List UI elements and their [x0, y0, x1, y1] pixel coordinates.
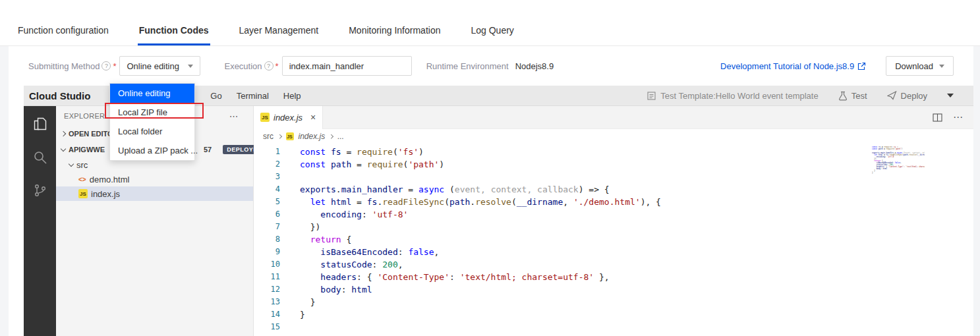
- more-actions-caret-icon[interactable]: [947, 94, 954, 98]
- chevron-down-icon: [188, 65, 193, 68]
- code-line: 6 encoding: 'utf-8': [254, 208, 973, 221]
- download-button[interactable]: Download: [886, 56, 954, 76]
- editor-tab-actions: ⋯: [933, 111, 973, 123]
- tab-function-codes[interactable]: Function Codes: [138, 25, 210, 45]
- line-number: 7: [254, 221, 280, 233]
- tree-file-index-js[interactable]: JS index.js: [56, 186, 253, 201]
- template-icon: [647, 91, 656, 101]
- breadcrumb-index-js[interactable]: index.js: [299, 132, 326, 141]
- execution-label: Execution ? *: [224, 61, 278, 71]
- chevron-down-icon: [69, 161, 74, 167]
- settings-row: Submitting Method ? * Online editing Exe…: [9, 46, 973, 86]
- deploy-button[interactable]: Deploy: [887, 91, 927, 101]
- ide-menubar: GoTerminalHelp: [210, 91, 301, 101]
- code-line: 13 }: [254, 296, 973, 308]
- execution-group: Execution ? *: [224, 56, 411, 76]
- project-name-start: APIGWWE: [69, 146, 105, 154]
- submitting-method-label: Submitting Method ? *: [28, 61, 116, 71]
- code-lines: 1const fs = require('fs')2const path = r…: [254, 146, 973, 333]
- code-line: 9 isBase64Encoded: false,: [254, 246, 973, 258]
- function-tabs: Function configurationFunction CodesLaye…: [16, 25, 515, 45]
- highlight-box: [105, 103, 204, 119]
- runtime-group: Runtime Environment Nodejs8.9: [426, 61, 554, 71]
- html-file-icon: <>: [78, 176, 86, 183]
- breadcrumb-more[interactable]: ...: [337, 132, 344, 141]
- editor-tab-label: index.js: [274, 113, 303, 123]
- line-number: 4: [254, 183, 280, 196]
- more-actions-icon[interactable]: ⋯: [229, 111, 239, 121]
- breadcrumb-src[interactable]: src: [263, 132, 274, 141]
- more-actions-icon[interactable]: ⋯: [953, 111, 963, 123]
- menu-go[interactable]: Go: [210, 91, 221, 101]
- flask-icon: [838, 91, 848, 101]
- tab-log-query[interactable]: Log Query: [469, 25, 515, 45]
- test-button[interactable]: Test: [838, 91, 867, 101]
- code-line: 4exports.main_handler = async (event, co…: [254, 183, 973, 196]
- chevron-down-icon: [61, 146, 66, 152]
- tree-file-demo-html[interactable]: <> demo.html: [56, 172, 253, 186]
- menu-help[interactable]: Help: [283, 91, 301, 101]
- source-control-icon[interactable]: [32, 182, 48, 198]
- chevron-right-icon: [329, 134, 333, 138]
- editor-tab-index-js[interactable]: JS index.js ×: [254, 106, 323, 129]
- execution-input[interactable]: [282, 56, 412, 76]
- help-icon[interactable]: ?: [264, 61, 274, 70]
- line-number: 1: [254, 146, 280, 158]
- file-demo-label: demo.html: [90, 175, 130, 184]
- line-number: 12: [254, 283, 280, 296]
- line-number: 15: [254, 321, 280, 333]
- runtime-label: Runtime Environment: [426, 61, 509, 71]
- tab-layer-management[interactable]: Layer Management: [238, 25, 320, 45]
- line-number: 2: [254, 158, 280, 171]
- js-file-icon: JS: [260, 113, 270, 122]
- line-number: 10: [254, 258, 280, 271]
- submitting-method-text: Submitting Method: [28, 61, 100, 71]
- test-template[interactable]: Test Template:Hello World event template: [647, 91, 818, 101]
- code-line: 8 return {: [254, 233, 973, 246]
- dropdown-item-upload-a-zip-pack[interactable]: Upload a ZIP pack ...: [110, 141, 194, 160]
- runtime-text: Runtime Environment: [426, 61, 509, 71]
- tab-function-configuration[interactable]: Function configuration: [16, 25, 110, 45]
- split-editor-icon[interactable]: [933, 113, 942, 122]
- page: Function configurationFunction CodesLaye…: [0, 0, 980, 336]
- code-line: 15: [254, 321, 973, 333]
- code-line: 14}: [254, 308, 973, 321]
- external-link-icon: [857, 62, 866, 70]
- menu-terminal[interactable]: Terminal: [237, 91, 269, 101]
- code-line: 3: [254, 171, 973, 183]
- line-number: 13: [254, 296, 280, 308]
- cloud-studio-logo: Cloud Studio: [29, 90, 90, 101]
- project-name-end: 57: [204, 146, 212, 154]
- line-number: 5: [254, 196, 280, 208]
- folder-src-label: src: [76, 160, 88, 170]
- tab-monitoring-information[interactable]: Monitoring Information: [347, 25, 442, 45]
- download-label: Download: [895, 61, 933, 71]
- deploy-button-label: Deploy: [901, 91, 927, 101]
- search-icon[interactable]: [32, 150, 48, 165]
- chevron-right-icon: [277, 134, 281, 138]
- tutorial-link[interactable]: Development Tutorial of Node.js8.9: [720, 61, 866, 71]
- close-icon[interactable]: ×: [310, 112, 316, 123]
- chevron-down-icon: [939, 65, 944, 68]
- test-template-label: Test Template:Hello World event template: [660, 91, 818, 101]
- minimap[interactable]: const fs = require('fs')const path = req…: [872, 146, 925, 179]
- tutorial-link-text: Development Tutorial of Node.js8.9: [720, 61, 854, 71]
- ide-header-actions: Test Template:Hello World event template…: [647, 91, 954, 101]
- submitting-method-dropdown: Online editingLocal ZIP fileLocal folder…: [109, 83, 195, 161]
- code-editor-area[interactable]: 1const fs = require('fs')2const path = r…: [254, 144, 973, 333]
- line-number: 6: [254, 208, 280, 221]
- js-file-icon: JS: [286, 132, 294, 140]
- editor: JS index.js × ⋯ src JS index.js: [254, 106, 973, 336]
- dropdown-item-local-folder[interactable]: Local folder: [110, 122, 194, 141]
- code-line: 10 statusCode: 200,: [254, 258, 973, 271]
- help-icon[interactable]: ?: [101, 61, 111, 70]
- editor-tab-bar: JS index.js × ⋯: [254, 106, 973, 129]
- minimap-content: const fs = require('fs')const path = req…: [872, 146, 925, 176]
- explorer-title: EXPLORER: [64, 112, 105, 120]
- line-number: 14: [254, 308, 280, 321]
- submitting-method-select[interactable]: Online editing: [119, 56, 200, 76]
- dropdown-item-online-editing[interactable]: Online editing: [110, 84, 194, 103]
- code-line: 5 let html = fs.readFileSync(path.resolv…: [254, 196, 973, 208]
- explorer-icon[interactable]: [32, 115, 49, 132]
- required-asterisk: *: [275, 61, 279, 71]
